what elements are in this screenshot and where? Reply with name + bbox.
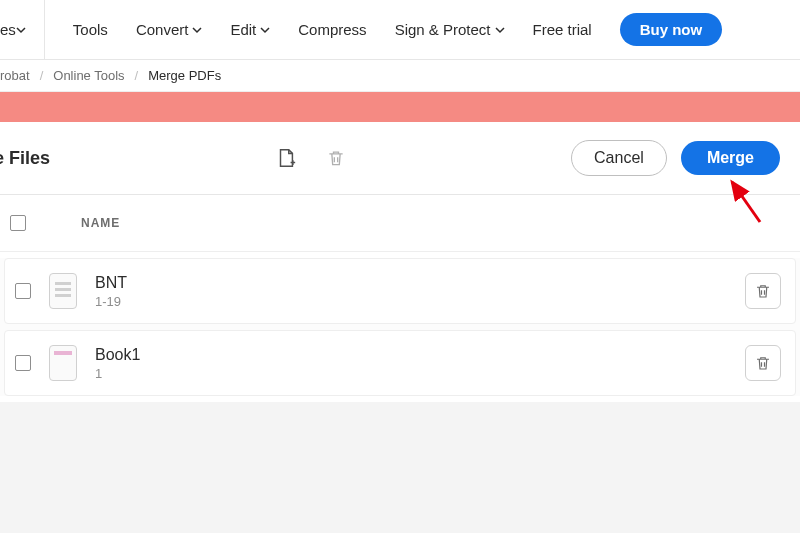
- nav-item-compress[interactable]: Compress: [298, 21, 366, 38]
- buy-now-label: Buy now: [640, 21, 703, 38]
- file-name: BNT: [95, 274, 745, 292]
- breadcrumb-sep: /: [40, 68, 44, 83]
- file-row[interactable]: BNT1-19: [4, 258, 796, 324]
- column-header-name: NAME: [81, 216, 120, 230]
- file-thumb-icon: [49, 345, 77, 381]
- nav-item-label: Sign & Protect: [395, 21, 491, 38]
- file-meta: BNT1-19: [95, 274, 745, 309]
- nav-item-partial[interactable]: es: [0, 0, 45, 59]
- file-checkbox[interactable]: [15, 355, 31, 371]
- chevron-down-icon: [495, 25, 505, 35]
- trash-icon[interactable]: [325, 147, 347, 169]
- toolbar: ine Files Cancel Merge: [0, 122, 800, 195]
- breadcrumb-item[interactable]: robat: [0, 68, 30, 83]
- breadcrumb-sep: /: [135, 68, 139, 83]
- list-header: NAME: [0, 195, 800, 252]
- buy-now-button[interactable]: Buy now: [620, 13, 723, 46]
- nav-item-label: Free trial: [533, 21, 592, 38]
- chevron-down-icon: [260, 25, 270, 35]
- nav-item-edit[interactable]: Edit: [230, 21, 270, 38]
- nav-item-label: Convert: [136, 21, 189, 38]
- nav-item-sign-protect[interactable]: Sign & Protect: [395, 21, 505, 38]
- nav-item-free-trial[interactable]: Free trial: [533, 21, 592, 38]
- add-file-icon[interactable]: [275, 147, 297, 169]
- breadcrumb: robat / Online Tools / Merge PDFs: [0, 60, 800, 92]
- cancel-button[interactable]: Cancel: [571, 140, 667, 176]
- page-title: ine Files: [0, 148, 50, 169]
- merge-label: Merge: [707, 149, 754, 166]
- chevron-down-icon: [192, 25, 202, 35]
- empty-area: [0, 402, 800, 533]
- breadcrumb-current: Merge PDFs: [148, 68, 221, 83]
- nav-item-convert[interactable]: Convert: [136, 21, 203, 38]
- file-thumb-icon: [49, 273, 77, 309]
- cancel-label: Cancel: [594, 149, 644, 166]
- top-nav: es ToolsConvertEditCompressSign & Protec…: [0, 0, 800, 60]
- delete-file-button[interactable]: [745, 273, 781, 309]
- alert-band: [0, 92, 800, 122]
- file-list: BNT1-19Book11: [0, 258, 800, 396]
- file-name: Book1: [95, 346, 745, 364]
- nav-item-label: Compress: [298, 21, 366, 38]
- file-checkbox[interactable]: [15, 283, 31, 299]
- nav-item-tools[interactable]: Tools: [73, 21, 108, 38]
- file-pages: 1: [95, 366, 745, 381]
- file-row[interactable]: Book11: [4, 330, 796, 396]
- nav-item-label: Edit: [230, 21, 256, 38]
- file-meta: Book11: [95, 346, 745, 381]
- file-pages: 1-19: [95, 294, 745, 309]
- nav-item-label: Tools: [73, 21, 108, 38]
- nav-item-label: es: [0, 21, 16, 38]
- breadcrumb-item[interactable]: Online Tools: [53, 68, 124, 83]
- delete-file-button[interactable]: [745, 345, 781, 381]
- merge-button[interactable]: Merge: [681, 141, 780, 175]
- chevron-down-icon: [16, 25, 26, 35]
- select-all-checkbox[interactable]: [10, 215, 26, 231]
